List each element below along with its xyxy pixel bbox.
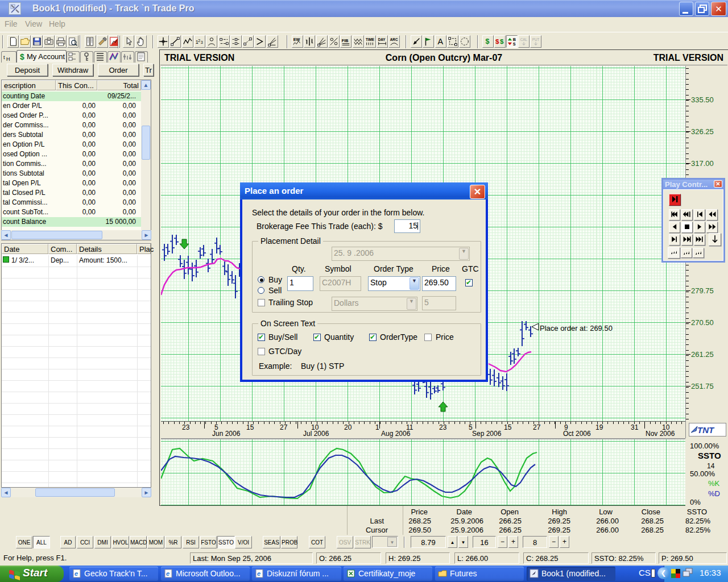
svg-text:FIB: FIB [342,38,349,43]
svg-text:TNT: TNT [697,425,715,435]
svg-text:t: t [3,55,5,60]
svg-text:3: 3 [201,40,203,45]
svg-text:e: e [257,570,260,577]
svg-text:DAY: DAY [378,38,386,41]
svg-text:$: $ [486,38,490,46]
svg-text:PUT: PUT [532,38,540,41]
svg-text:ARC: ARC [390,38,398,41]
svg-text:$: $ [495,38,499,45]
svg-text:Place order at: 269.50: Place order at: 269.50 [540,324,613,332]
svg-text:S: S [513,41,516,47]
svg-text:CAL: CAL [520,38,528,41]
svg-text:A: A [437,37,443,46]
svg-text:TIME: TIME [366,38,374,41]
svg-text:e: e [166,570,169,577]
svg-text:$: $ [500,38,504,45]
svg-text:2: 2 [198,38,200,43]
svg-text:H: H [6,56,10,62]
svg-text:e: e [75,570,78,577]
